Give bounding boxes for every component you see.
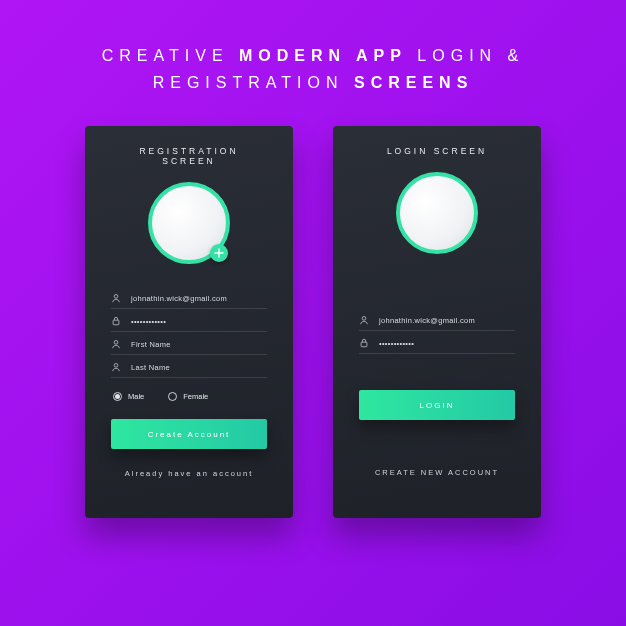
lock-icon [111, 316, 121, 326]
password-mask: •••••••••••• [131, 317, 166, 326]
login-label: LOGIN [420, 401, 455, 410]
email-field[interactable]: johnathin.wick@gmail.com [111, 286, 267, 309]
heading-1c: LOGIN & [407, 47, 524, 64]
heading-2a: REGISTRATION [153, 74, 354, 91]
create-new-account-link[interactable]: CREATE NEW ACCOUNT [359, 468, 515, 477]
gender-female-label: Female [183, 392, 208, 401]
create-new-account-label: CREATE NEW ACCOUNT [375, 468, 499, 477]
create-account-button[interactable]: Create Account [111, 419, 267, 449]
gender-male-label: Male [128, 392, 144, 401]
gender-male-radio[interactable]: Male [113, 392, 144, 401]
avatar [396, 172, 478, 254]
user-icon [111, 339, 121, 349]
heading-2b: SCREENS [354, 74, 473, 91]
first-name-placeholder: First Name [131, 340, 171, 349]
registration-screen: REGISTRATION SCREEN johnathin.wick@gmail… [85, 126, 293, 518]
lock-icon [359, 338, 369, 348]
create-account-label: Create Account [148, 430, 231, 439]
svg-rect-5 [361, 343, 367, 348]
svg-rect-1 [113, 321, 119, 326]
login-title: LOGIN SCREEN [359, 146, 515, 156]
svg-point-0 [114, 295, 118, 299]
login-screen: LOGIN SCREEN johnathin.wick@gmail.com ••… [333, 126, 541, 518]
email-field[interactable]: johnathin.wick@gmail.com [359, 308, 515, 331]
last-name-field[interactable]: Last Name [111, 355, 267, 378]
already-have-account-link[interactable]: Already have an account [111, 469, 267, 478]
avatar-upload[interactable] [148, 182, 230, 264]
svg-point-2 [114, 341, 118, 345]
user-icon [111, 293, 121, 303]
first-name-field[interactable]: First Name [111, 332, 267, 355]
radio-off-icon [168, 392, 177, 401]
email-value: johnathin.wick@gmail.com [131, 294, 227, 303]
gender-female-radio[interactable]: Female [168, 392, 208, 401]
user-icon [111, 362, 121, 372]
plus-icon [214, 248, 224, 258]
password-mask: •••••••••••• [379, 339, 414, 348]
user-icon [359, 315, 369, 325]
avatar-placeholder [396, 172, 478, 254]
login-button[interactable]: LOGIN [359, 390, 515, 420]
password-field[interactable]: •••••••••••• [111, 309, 267, 332]
svg-point-3 [114, 364, 118, 368]
radio-on-icon [113, 392, 122, 401]
already-have-account-label: Already have an account [125, 469, 254, 478]
password-field[interactable]: •••••••••••• [359, 331, 515, 354]
page-heading: CREATIVE MODERN APP LOGIN & REGISTRATION… [0, 0, 626, 96]
heading-1b: MODERN APP [239, 47, 407, 64]
avatar-add-button[interactable] [210, 244, 228, 262]
svg-point-4 [362, 317, 366, 321]
last-name-placeholder: Last Name [131, 363, 170, 372]
registration-title: REGISTRATION SCREEN [111, 146, 267, 166]
email-value: johnathin.wick@gmail.com [379, 316, 475, 325]
heading-1a: CREATIVE [102, 47, 239, 64]
